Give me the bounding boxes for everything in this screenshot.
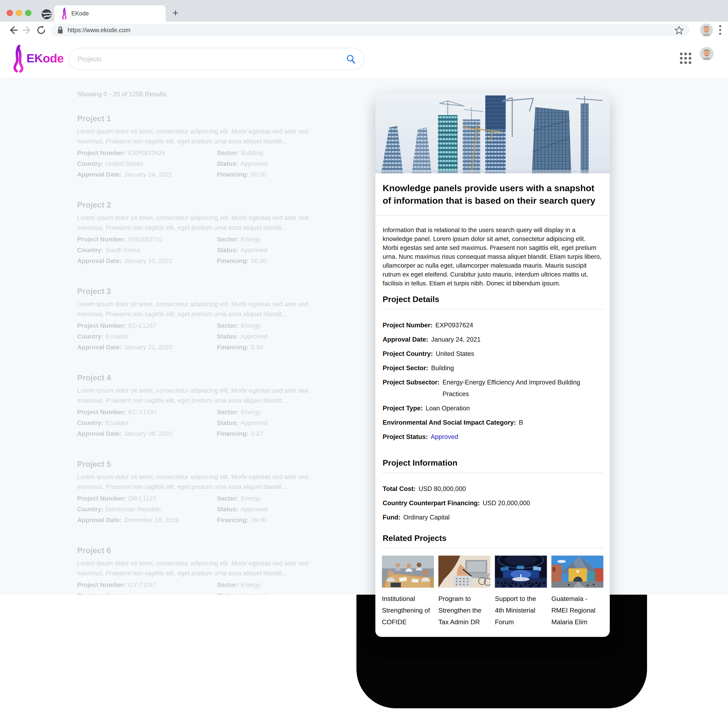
- field-label: Project Number:: [77, 581, 126, 588]
- result-item[interactable]: Project 6 Lorem ipsum dolor sit amet, co…: [77, 546, 333, 595]
- field-label: Sector:: [217, 236, 239, 243]
- result-item[interactable]: Project 1 Lorem ipsum dolor sit amet, co…: [77, 114, 333, 177]
- field-value: 50.00: [251, 257, 266, 264]
- detail-value: B: [519, 417, 523, 428]
- field-value: Approved: [241, 160, 267, 167]
- field-value: Approved: [241, 333, 267, 340]
- section-heading-information: Project Information: [383, 458, 602, 467]
- field-label: Country:: [77, 592, 103, 595]
- search-bar: [69, 48, 365, 70]
- detail-value: Building: [431, 362, 454, 374]
- field-label: Sector:: [217, 322, 239, 329]
- result-description: Lorem ipsum dolor sit amet, consectetur …: [77, 472, 330, 491]
- details-rows: Project Number:EXP0937624 Approval Date:…: [383, 319, 602, 443]
- reload-icon[interactable]: [36, 25, 46, 35]
- result-title: Project 3: [77, 287, 333, 296]
- field-label: Financing:: [217, 257, 248, 264]
- back-icon[interactable]: [8, 25, 18, 35]
- section-heading-details: Project Details: [383, 294, 602, 304]
- divider: [382, 472, 603, 473]
- divider: [375, 215, 610, 216]
- detail-value: EXP0937624: [435, 319, 473, 331]
- result-title: Project 2: [77, 200, 333, 209]
- detail-value: Energy-Energy Efficiency And Improved Bu…: [442, 376, 602, 400]
- result-title: Project 6: [77, 546, 333, 555]
- field-value: 0.27: [251, 430, 263, 437]
- field-value: GY-T1167: [128, 581, 156, 588]
- field-label: Financing:: [217, 516, 248, 523]
- field-value: Energy: [241, 322, 260, 329]
- profile-avatar[interactable]: [700, 47, 714, 61]
- browser-tab[interactable]: EKode: [54, 5, 166, 21]
- info-value: Ordinary Capital: [403, 511, 450, 523]
- forward-icon[interactable]: [22, 25, 32, 35]
- close-window-button[interactable]: [6, 10, 13, 16]
- result-item[interactable]: Project 2 Lorem ipsum dolor sit amet, co…: [77, 200, 333, 264]
- field-label: Country:: [77, 333, 103, 340]
- info-label: Fund:: [383, 511, 400, 523]
- field-label: Sector:: [217, 408, 239, 416]
- panel-title: Knowledge panels provide users with a sn…: [383, 182, 602, 207]
- project-status-link[interactable]: Approved: [431, 431, 458, 443]
- maximize-window-button[interactable]: [25, 10, 32, 16]
- result-item[interactable]: Project 4 Lorem ipsum dolor sit amet, co…: [77, 373, 333, 437]
- guatemala-thumbnail-image: [551, 555, 603, 588]
- related-project-card[interactable]: Support to the 4th Ministerial Forum: [495, 555, 547, 628]
- field-value: Approved: [241, 419, 267, 426]
- field-value: DR-L1122: [128, 495, 156, 502]
- related-project-card[interactable]: Guatemala - RMEI Regional Malaria Elim: [551, 555, 603, 628]
- field-label: Country:: [77, 506, 103, 513]
- field-label: Status:: [217, 333, 238, 340]
- field-value: Dominican Republic: [106, 506, 161, 513]
- field-value: January 08, 2020: [124, 430, 173, 437]
- info-label: Country Counterpart Financing:: [383, 497, 480, 509]
- field-value: 39.00: [251, 516, 266, 523]
- field-value: EC-T1437: [128, 408, 157, 416]
- browser-window: EKode + https://www.ekode.com: [0, 0, 728, 716]
- logo[interactable]: EKode: [12, 44, 64, 73]
- field-label: Sector:: [217, 149, 239, 156]
- field-label: Sector:: [217, 495, 239, 502]
- related-project-card[interactable]: Institutional Strengthening of COFIDE: [382, 555, 434, 628]
- result-description: Lorem ipsum dolor sit amet, consectetur …: [77, 213, 330, 232]
- detail-value: Loan Operation: [425, 402, 470, 414]
- tax-admin-thumbnail-image: [438, 555, 490, 588]
- field-label: Approval Date:: [77, 257, 122, 264]
- result-item[interactable]: Project 5 Lorem ipsum dolor sit amet, co…: [77, 459, 333, 523]
- minimize-window-button[interactable]: [16, 10, 22, 16]
- bookmark-star-icon[interactable]: [674, 26, 684, 35]
- apps-grid-icon[interactable]: [680, 52, 692, 65]
- related-project-card[interactable]: Program to Strengthen the Tax Admin DR: [438, 555, 490, 628]
- construction-hero-image: [375, 93, 610, 173]
- field-value: Approved: [241, 592, 267, 595]
- detail-label: Project Type:: [383, 402, 423, 414]
- information-rows: Total Cost:USD 80,000,000 Country Counte…: [383, 483, 602, 523]
- info-value: USD 80,000,000: [419, 483, 466, 495]
- related-project-caption: Support to the 4th Ministerial Forum: [495, 593, 543, 628]
- url-bar[interactable]: https://www.ekode.com: [51, 24, 690, 36]
- detail-label: Approval Date:: [383, 334, 428, 345]
- field-value: ENG682710: [128, 236, 163, 243]
- detail-label: Project Subsector:: [383, 376, 440, 400]
- field-label: Financing:: [217, 344, 248, 350]
- field-label: Sector:: [217, 581, 239, 588]
- field-value: United States: [106, 160, 143, 167]
- field-label: Financing:: [217, 430, 248, 437]
- related-project-caption: Program to Strengthen the Tax Admin DR: [438, 593, 487, 628]
- field-value: South Korea: [106, 246, 140, 253]
- related-project-caption: Institutional Strengthening of COFIDE: [382, 593, 430, 628]
- detail-value: January 24, 2021: [431, 334, 481, 345]
- search-icon[interactable]: [346, 54, 356, 64]
- field-label: Status:: [217, 246, 238, 253]
- field-label: Approval Date:: [77, 171, 122, 178]
- new-tab-button[interactable]: +: [170, 8, 180, 18]
- related-project-caption: Guatemala - RMEI Regional Malaria Elim: [551, 593, 600, 628]
- browser-avatar[interactable]: [700, 23, 713, 37]
- search-input[interactable]: [77, 55, 346, 63]
- field-value: January 10, 2021: [124, 257, 173, 264]
- detail-label: Environmental And Social Impact Category…: [383, 417, 516, 428]
- browser-menu-icon[interactable]: [719, 25, 722, 35]
- field-label: Approval Date:: [77, 344, 122, 350]
- result-item[interactable]: Project 3 Lorem ipsum dolor sit amet, co…: [77, 287, 333, 350]
- field-label: Country:: [77, 160, 103, 167]
